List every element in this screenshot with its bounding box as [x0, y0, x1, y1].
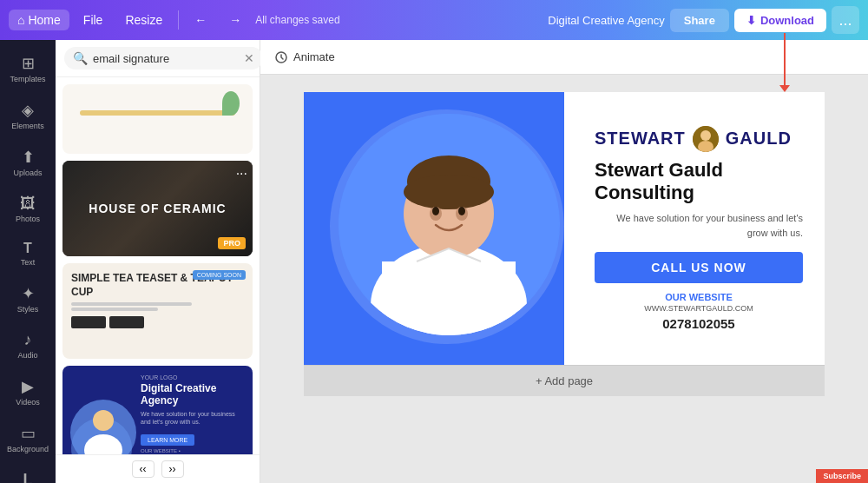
search-clear-button[interactable]: ✕ — [244, 51, 254, 65]
download-button[interactable]: ⬇ Download — [734, 9, 826, 32]
template-nav-row: ‹‹ ›› — [56, 454, 260, 483]
canvas-scroll[interactable]: ⧉ ⤢ — [260, 75, 868, 483]
svg-point-12 — [432, 207, 439, 215]
template-3-lines — [71, 302, 244, 311]
template-3-btn-2 — [109, 316, 144, 328]
elements-icon: ◈ — [22, 101, 34, 120]
canvas-website-url: WWW.STEWARTGAULD.COM — [595, 304, 803, 313]
youtube-subscribe-button[interactable]: Subscribe — [816, 469, 868, 483]
template-leaf-decor — [222, 91, 240, 116]
audio-label: Audio — [17, 351, 37, 360]
svg-point-9 — [404, 175, 494, 209]
resize-label: Resize — [125, 13, 162, 27]
canvas-description: We have solution for your business and l… — [595, 211, 803, 240]
home-button[interactable]: ⌂ Home — [9, 10, 69, 30]
text-label: Text — [21, 258, 36, 267]
template-3-line-2 — [71, 308, 158, 311]
canvas-name-first: STEWART — [595, 129, 686, 148]
person-svg — [339, 114, 560, 335]
template-3-coming-badge: COMING SOON — [193, 270, 246, 280]
saved-status: All changes saved — [255, 14, 339, 26]
template-2-more-button[interactable]: ··· — [236, 166, 247, 182]
text-icon: T — [23, 241, 32, 256]
resize-button[interactable]: Resize — [116, 10, 171, 30]
canvas-page-container: ⧉ ⤢ — [304, 92, 825, 396]
search-input-wrap[interactable]: 🔍 ✕ — [64, 47, 263, 69]
template-2-pro-badge: PRO — [218, 237, 246, 249]
templates-panel: 🔍 ✕ ⚙ HOUSE OF CERAMI — [56, 40, 260, 483]
canvas-title-line2: Consulting — [595, 182, 694, 203]
add-page-bar[interactable]: + Add page — [304, 365, 825, 396]
template-4-sub: We have solution for your business and l… — [141, 410, 244, 426]
template-3-line-1 — [71, 302, 192, 306]
svg-point-15 — [700, 130, 711, 141]
sidebar-item-uploads[interactable]: ⬆ Uploads — [3, 141, 52, 184]
animate-button[interactable]: Animate — [274, 50, 335, 64]
background-label: Background — [7, 445, 49, 453]
redo-button[interactable]: → — [220, 10, 250, 30]
canvas-title-line1: Stewart Gauld — [595, 159, 723, 181]
sidebar-item-templates[interactable]: ⊞ Templates — [3, 47, 52, 90]
svg-point-13 — [458, 207, 465, 215]
audio-icon: ♪ — [24, 331, 32, 349]
photos-label: Photos — [16, 215, 40, 223]
template-card-3[interactable]: SIMPLE TEA TEASET & TEAPOT CUP COMING SO… — [62, 263, 253, 359]
sidebar-item-styles[interactable]: ✦ Styles — [3, 277, 52, 321]
home-label: Home — [28, 13, 60, 27]
template-3-buttons — [71, 316, 244, 328]
sidebar-item-elements[interactable]: ◈ Elements — [3, 94, 52, 137]
template-next-button[interactable]: ›› — [161, 460, 184, 478]
sidebar-item-background[interactable]: ▭ Background — [3, 417, 52, 460]
template-card-4[interactable]: YOUR LOGO Digital Creative Agency We hav… — [62, 366, 253, 454]
templates-grid: HOUSE OF CERAMIC ··· PRO SIMPLE TEA TEAS… — [56, 77, 260, 454]
undo-button[interactable]: ← — [186, 10, 215, 30]
template-4-title: Digital Creative Agency — [141, 382, 244, 407]
elements-label: Elements — [11, 122, 44, 130]
share-label: Share — [684, 14, 715, 27]
share-button[interactable]: Share — [670, 9, 729, 32]
template-card-wrap-2: HOUSE OF CERAMIC ··· PRO — [62, 161, 253, 256]
download-icon: ⬇ — [746, 14, 756, 27]
download-label: Download — [760, 14, 814, 27]
file-label: File — [83, 13, 103, 27]
canvas-toolbar: Animate — [260, 40, 868, 75]
canvas-name-last: GAULD — [726, 129, 792, 148]
templates-icon: ⊞ — [22, 54, 35, 73]
more-icon: ... — [838, 11, 852, 30]
main-layout: ⊞ Templates ◈ Elements ⬆ Uploads 🖼 Photo… — [0, 40, 868, 483]
file-button[interactable]: File — [75, 10, 112, 30]
topbar: ⌂ Home File Resize ← → All changes saved… — [0, 0, 868, 40]
home-icon: ⌂ — [17, 13, 24, 27]
background-icon: ▭ — [21, 424, 36, 443]
add-page-label: + Add page — [536, 374, 593, 387]
uploads-icon: ⬆ — [22, 148, 35, 167]
sidebar-item-logos[interactable]: L Logos — [3, 464, 52, 483]
template-4-content: YOUR LOGO Digital Creative Agency We hav… — [141, 374, 244, 454]
canvas-avatar — [693, 126, 719, 152]
template-2-title: HOUSE OF CERAMIC — [89, 202, 226, 215]
nav-divider — [178, 10, 179, 30]
videos-icon: ▶ — [22, 377, 34, 396]
styles-label: Styles — [17, 305, 39, 314]
search-icon: 🔍 — [73, 51, 88, 65]
project-name: Digital Creative Agency — [548, 14, 664, 27]
design-canvas[interactable]: STEWART GAULD — [304, 92, 825, 365]
search-input[interactable] — [93, 52, 239, 65]
sidebar-item-audio[interactable]: ♪ Audio — [3, 324, 52, 367]
videos-label: Videos — [16, 398, 39, 407]
template-card-2[interactable]: HOUSE OF CERAMIC ··· PRO — [62, 161, 253, 256]
svg-point-1 — [93, 410, 114, 431]
sidebar-item-photos[interactable]: 🖼 Photos — [3, 188, 52, 230]
sidebar-item-text[interactable]: T Text — [3, 234, 52, 274]
sidebar-item-videos[interactable]: ▶ Videos — [3, 370, 52, 414]
canvas-person-circle — [339, 114, 560, 335]
canvas-cta-button[interactable]: CALL US NOW — [595, 252, 803, 283]
template-4-cta: LEARN MORE — [141, 434, 194, 446]
more-options-button[interactable]: ... — [832, 6, 859, 34]
canvas-right-content: STEWART GAULD — [573, 92, 825, 365]
template-prev-button[interactable]: ‹‹ — [132, 460, 155, 478]
template-card-1[interactable] — [62, 84, 253, 154]
uploads-label: Uploads — [13, 169, 42, 177]
canvas-title: Stewart Gauld Consulting — [595, 159, 803, 205]
download-arrow-indicator — [784, 33, 786, 85]
